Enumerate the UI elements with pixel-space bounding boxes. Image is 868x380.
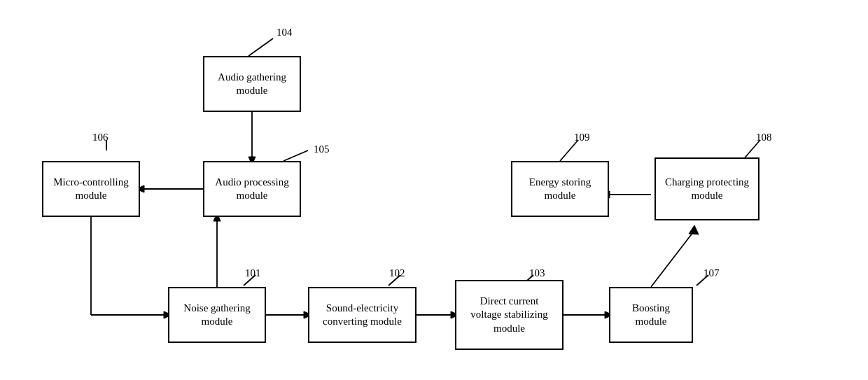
label-108: 108 xyxy=(756,132,772,143)
dc-voltage-box: Direct currentvoltage stabilizingmodule xyxy=(455,280,564,350)
label-106: 106 xyxy=(92,132,108,143)
label-104: 104 xyxy=(276,27,293,38)
svg-line-3 xyxy=(284,150,308,161)
charging-protecting-box: Charging protectingmodule xyxy=(654,157,760,220)
noise-gathering-box: Noise gatheringmodule xyxy=(168,287,266,343)
audio-gathering-box: Audio gathering module xyxy=(203,56,301,112)
label-102: 102 xyxy=(389,267,405,279)
label-109: 109 xyxy=(574,132,590,143)
energy-storing-box: Energy storingmodule xyxy=(511,161,609,217)
svg-line-16 xyxy=(651,232,693,287)
label-107: 107 xyxy=(704,267,720,279)
label-101: 101 xyxy=(245,267,261,279)
svg-marker-17 xyxy=(689,225,699,234)
micro-controlling-box: Micro-controllingmodule xyxy=(42,161,140,217)
label-105: 105 xyxy=(314,143,330,155)
boosting-box: Boostingmodule xyxy=(609,287,693,343)
diagram: Audio gathering module Audio processingm… xyxy=(0,0,868,380)
label-103: 103 xyxy=(529,267,545,279)
svg-line-0 xyxy=(248,38,273,56)
audio-processing-box: Audio processingmodule xyxy=(203,161,301,217)
sound-electricity-box: Sound-electricityconverting module xyxy=(308,287,416,343)
